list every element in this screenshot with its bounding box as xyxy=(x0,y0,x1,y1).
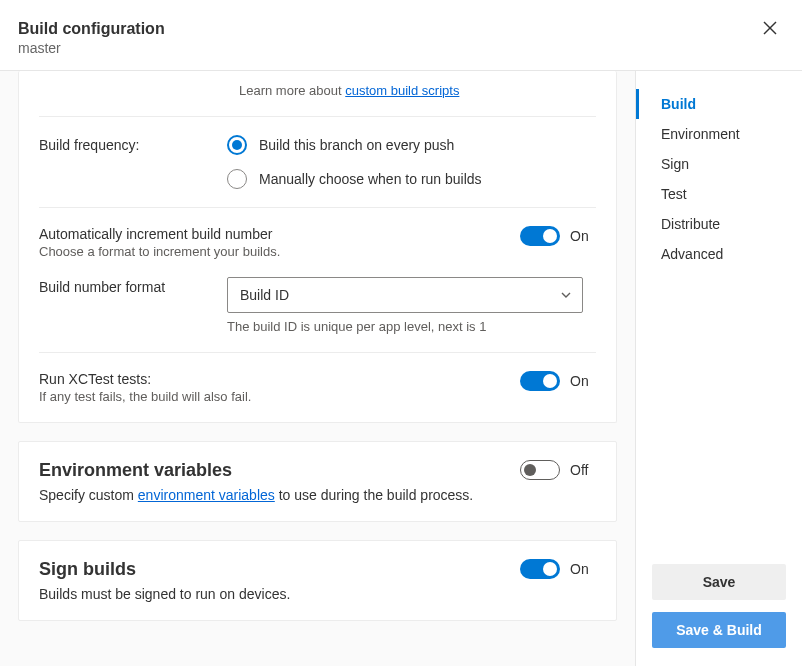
learn-more-row: Learn more about custom build scripts xyxy=(39,71,596,98)
build-frequency-radio-group: Build this branch on every push Manually… xyxy=(227,135,596,189)
nav-item-sign[interactable]: Sign xyxy=(636,149,802,179)
env-vars-sub-suffix: to use during the build process. xyxy=(275,487,473,503)
build-number-format-help: The build ID is unique per app level, ne… xyxy=(227,319,596,334)
auto-increment-toggle[interactable] xyxy=(520,226,560,246)
env-vars-title: Environment variables xyxy=(39,460,500,481)
nav-item-advanced[interactable]: Advanced xyxy=(636,239,802,269)
env-vars-sub: Specify custom environment variables to … xyxy=(39,487,500,503)
main-panel: Learn more about custom build scripts Bu… xyxy=(0,71,635,666)
xctest-sub: If any test fails, the build will also f… xyxy=(39,389,500,404)
header-left: Build configuration master xyxy=(18,20,165,56)
sign-builds-toggle[interactable] xyxy=(520,559,560,579)
xctest-state: On xyxy=(570,373,596,389)
page-title: Build configuration xyxy=(18,20,165,38)
sign-builds-card: Sign builds Builds must be signed to run… xyxy=(18,540,617,621)
nav-item-test[interactable]: Test xyxy=(636,179,802,209)
learn-more-prefix: Learn more about xyxy=(239,83,345,98)
env-vars-state: Off xyxy=(570,462,596,478)
sign-builds-sub: Builds must be signed to run on devices. xyxy=(39,586,500,602)
build-frequency-row: Build frequency: Build this branch on ev… xyxy=(39,135,596,189)
build-number-format-label: Build number format xyxy=(39,277,227,295)
build-card: Learn more about custom build scripts Bu… xyxy=(18,71,617,423)
save-button[interactable]: Save xyxy=(652,564,786,600)
radio-every-push[interactable]: Build this branch on every push xyxy=(227,135,596,155)
divider xyxy=(39,116,596,117)
xctest-title: Run XCTest tests: xyxy=(39,371,500,387)
radio-icon xyxy=(227,135,247,155)
auto-increment-sub: Choose a format to increment your builds… xyxy=(39,244,500,259)
env-vars-row: Environment variables Specify custom env… xyxy=(39,460,596,503)
select-value: Build ID xyxy=(240,287,289,303)
nav: Build Environment Sign Test Distribute A… xyxy=(636,89,802,269)
env-variables-link[interactable]: environment variables xyxy=(138,487,275,503)
sidebar: Build Environment Sign Test Distribute A… xyxy=(635,71,802,666)
auto-increment-row: Automatically increment build number Cho… xyxy=(39,226,596,259)
divider xyxy=(39,207,596,208)
auto-increment-title: Automatically increment build number xyxy=(39,226,500,242)
sidebar-footer: Save Save & Build xyxy=(636,564,802,648)
radio-manual[interactable]: Manually choose when to run builds xyxy=(227,169,596,189)
radio-label: Build this branch on every push xyxy=(259,137,454,153)
radio-label: Manually choose when to run builds xyxy=(259,171,482,187)
nav-item-distribute[interactable]: Distribute xyxy=(636,209,802,239)
sign-builds-row: Sign builds Builds must be signed to run… xyxy=(39,559,596,602)
sign-builds-title: Sign builds xyxy=(39,559,500,580)
close-icon[interactable] xyxy=(762,20,778,36)
nav-item-build[interactable]: Build xyxy=(636,89,802,119)
save-and-build-button[interactable]: Save & Build xyxy=(652,612,786,648)
xctest-row: Run XCTest tests: If any test fails, the… xyxy=(39,371,596,404)
env-vars-card: Environment variables Specify custom env… xyxy=(18,441,617,522)
xctest-toggle[interactable] xyxy=(520,371,560,391)
radio-icon xyxy=(227,169,247,189)
custom-build-scripts-link[interactable]: custom build scripts xyxy=(345,83,459,98)
build-number-format-row: Build number format Build ID The build I… xyxy=(39,277,596,334)
nav-item-environment[interactable]: Environment xyxy=(636,119,802,149)
build-frequency-label: Build frequency: xyxy=(39,135,227,153)
env-vars-sub-prefix: Specify custom xyxy=(39,487,138,503)
sign-builds-state: On xyxy=(570,561,596,577)
env-vars-toggle[interactable] xyxy=(520,460,560,480)
divider xyxy=(39,352,596,353)
branch-name: master xyxy=(18,40,165,56)
header: Build configuration master xyxy=(0,0,802,71)
auto-increment-state: On xyxy=(570,228,596,244)
build-number-format-select[interactable]: Build ID xyxy=(227,277,583,313)
